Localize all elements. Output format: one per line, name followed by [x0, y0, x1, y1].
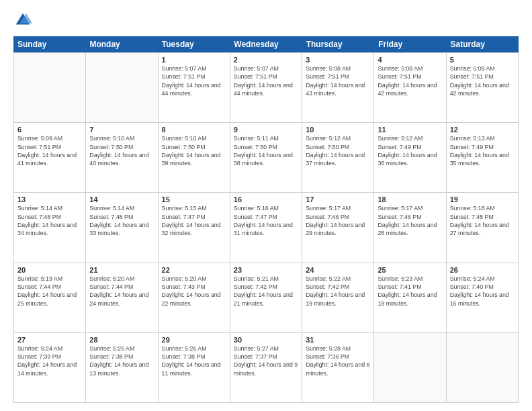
day-number: 3: [306, 56, 370, 64]
weekday-header: Monday: [85, 36, 157, 52]
header: [13, 11, 519, 30]
day-number: 12: [450, 126, 515, 134]
day-info: Sunrise: 5:21 AM Sunset: 7:42 PM Dayligh…: [234, 275, 298, 308]
day-info: Sunrise: 5:07 AM Sunset: 7:51 PM Dayligh…: [162, 64, 226, 97]
day-number: 7: [89, 126, 154, 134]
day-info: Sunrise: 5:08 AM Sunset: 7:51 PM Dayligh…: [306, 64, 370, 97]
day-info: Sunrise: 5:12 AM Sunset: 7:50 PM Dayligh…: [306, 134, 370, 167]
day-number: 4: [378, 56, 442, 64]
calendar-cell: 15Sunrise: 5:15 AM Sunset: 7:47 PM Dayli…: [159, 193, 230, 263]
calendar-row: 13Sunrise: 5:14 AM Sunset: 7:48 PM Dayli…: [14, 193, 519, 263]
day-number: 28: [89, 336, 154, 344]
day-number: 22: [162, 266, 226, 274]
day-number: 1: [162, 56, 226, 64]
day-number: 10: [306, 126, 370, 134]
weekday-header: Sunday: [13, 36, 85, 52]
calendar-cell: 12Sunrise: 5:13 AM Sunset: 7:49 PM Dayli…: [447, 123, 519, 193]
day-info: Sunrise: 5:23 AM Sunset: 7:41 PM Dayligh…: [378, 275, 442, 308]
day-number: 31: [306, 336, 370, 344]
calendar-cell: 8Sunrise: 5:10 AM Sunset: 7:50 PM Daylig…: [159, 123, 230, 193]
day-number: 27: [17, 336, 82, 344]
calendar-cell: 25Sunrise: 5:23 AM Sunset: 7:41 PM Dayli…: [374, 263, 446, 333]
day-info: Sunrise: 5:22 AM Sunset: 7:42 PM Dayligh…: [306, 275, 370, 308]
calendar-cell: [14, 53, 86, 123]
day-info: Sunrise: 5:14 AM Sunset: 7:48 PM Dayligh…: [17, 204, 82, 237]
calendar-row: 27Sunrise: 5:24 AM Sunset: 7:39 PM Dayli…: [14, 333, 519, 403]
day-info: Sunrise: 5:09 AM Sunset: 7:51 PM Dayligh…: [450, 64, 515, 97]
calendar-cell: 28Sunrise: 5:25 AM Sunset: 7:38 PM Dayli…: [86, 333, 158, 403]
day-info: Sunrise: 5:20 AM Sunset: 7:43 PM Dayligh…: [162, 275, 226, 308]
weekday-header: Tuesday: [158, 36, 230, 52]
day-info: Sunrise: 5:10 AM Sunset: 7:50 PM Dayligh…: [162, 134, 226, 167]
day-number: 26: [450, 266, 515, 274]
day-info: Sunrise: 5:16 AM Sunset: 7:47 PM Dayligh…: [234, 204, 298, 237]
calendar-cell: 29Sunrise: 5:26 AM Sunset: 7:38 PM Dayli…: [159, 333, 230, 403]
day-info: Sunrise: 5:09 AM Sunset: 7:51 PM Dayligh…: [17, 134, 82, 167]
day-info: Sunrise: 5:19 AM Sunset: 7:44 PM Dayligh…: [17, 275, 82, 308]
calendar-cell: 19Sunrise: 5:18 AM Sunset: 7:45 PM Dayli…: [447, 193, 519, 263]
day-info: Sunrise: 5:12 AM Sunset: 7:49 PM Dayligh…: [378, 134, 442, 167]
day-number: 23: [234, 266, 298, 274]
day-info: Sunrise: 5:13 AM Sunset: 7:49 PM Dayligh…: [450, 134, 515, 167]
calendar-header: SundayMondayTuesdayWednesdayThursdayFrid…: [13, 36, 519, 52]
calendar-cell: 14Sunrise: 5:14 AM Sunset: 7:48 PM Dayli…: [86, 193, 158, 263]
day-info: Sunrise: 5:26 AM Sunset: 7:38 PM Dayligh…: [162, 345, 226, 377]
calendar-cell: 26Sunrise: 5:24 AM Sunset: 7:40 PM Dayli…: [447, 263, 519, 333]
day-number: 24: [306, 266, 370, 274]
day-info: Sunrise: 5:20 AM Sunset: 7:44 PM Dayligh…: [89, 275, 154, 308]
calendar-cell: 18Sunrise: 5:17 AM Sunset: 7:46 PM Dayli…: [374, 193, 446, 263]
day-number: 29: [162, 336, 226, 344]
calendar-cell: 23Sunrise: 5:21 AM Sunset: 7:42 PM Dayli…: [230, 263, 302, 333]
day-number: 17: [306, 195, 370, 203]
calendar: SundayMondayTuesdayWednesdayThursdayFrid…: [13, 36, 519, 403]
calendar-cell: 2Sunrise: 5:07 AM Sunset: 7:51 PM Daylig…: [230, 53, 302, 123]
calendar-cell: 10Sunrise: 5:12 AM Sunset: 7:50 PM Dayli…: [302, 123, 374, 193]
day-number: 6: [17, 126, 82, 134]
calendar-cell: 17Sunrise: 5:17 AM Sunset: 7:46 PM Dayli…: [302, 193, 374, 263]
day-info: Sunrise: 5:07 AM Sunset: 7:51 PM Dayligh…: [234, 64, 298, 97]
weekday-header: Wednesday: [230, 36, 302, 52]
calendar-cell: 27Sunrise: 5:24 AM Sunset: 7:39 PM Dayli…: [14, 333, 86, 403]
calendar-cell: 6Sunrise: 5:09 AM Sunset: 7:51 PM Daylig…: [14, 123, 86, 193]
calendar-cell: 16Sunrise: 5:16 AM Sunset: 7:47 PM Dayli…: [230, 193, 302, 263]
calendar-cell: 31Sunrise: 5:28 AM Sunset: 7:36 PM Dayli…: [302, 333, 374, 403]
logo: [13, 11, 35, 30]
day-info: Sunrise: 5:18 AM Sunset: 7:45 PM Dayligh…: [450, 204, 515, 237]
day-info: Sunrise: 5:15 AM Sunset: 7:47 PM Dayligh…: [162, 204, 226, 237]
calendar-row: 20Sunrise: 5:19 AM Sunset: 7:44 PM Dayli…: [14, 263, 519, 333]
day-number: 11: [378, 126, 442, 134]
calendar-body: 1Sunrise: 5:07 AM Sunset: 7:51 PM Daylig…: [13, 52, 519, 403]
calendar-cell: [374, 333, 446, 403]
day-info: Sunrise: 5:17 AM Sunset: 7:46 PM Dayligh…: [306, 204, 370, 237]
day-number: 14: [89, 195, 154, 203]
day-number: 2: [234, 56, 298, 64]
calendar-cell: 7Sunrise: 5:10 AM Sunset: 7:50 PM Daylig…: [86, 123, 158, 193]
day-info: Sunrise: 5:10 AM Sunset: 7:50 PM Dayligh…: [89, 134, 154, 167]
calendar-cell: 3Sunrise: 5:08 AM Sunset: 7:51 PM Daylig…: [302, 53, 374, 123]
calendar-cell: 5Sunrise: 5:09 AM Sunset: 7:51 PM Daylig…: [447, 53, 519, 123]
calendar-cell: [447, 333, 519, 403]
calendar-cell: 11Sunrise: 5:12 AM Sunset: 7:49 PM Dayli…: [374, 123, 446, 193]
day-info: Sunrise: 5:11 AM Sunset: 7:50 PM Dayligh…: [234, 134, 298, 167]
calendar-cell: [86, 53, 158, 123]
day-info: Sunrise: 5:24 AM Sunset: 7:40 PM Dayligh…: [450, 275, 515, 308]
day-number: 5: [450, 56, 515, 64]
calendar-cell: 4Sunrise: 5:08 AM Sunset: 7:51 PM Daylig…: [374, 53, 446, 123]
calendar-cell: 21Sunrise: 5:20 AM Sunset: 7:44 PM Dayli…: [86, 263, 158, 333]
day-number: 18: [378, 195, 442, 203]
day-number: 19: [450, 195, 515, 203]
day-number: 16: [234, 195, 298, 203]
day-number: 30: [234, 336, 298, 344]
day-number: 8: [162, 126, 226, 134]
day-number: 9: [234, 126, 298, 134]
calendar-cell: 9Sunrise: 5:11 AM Sunset: 7:50 PM Daylig…: [230, 123, 302, 193]
day-number: 13: [17, 195, 82, 203]
calendar-cell: 22Sunrise: 5:20 AM Sunset: 7:43 PM Dayli…: [159, 263, 230, 333]
page: SundayMondayTuesdayWednesdayThursdayFrid…: [0, 0, 532, 411]
calendar-cell: 1Sunrise: 5:07 AM Sunset: 7:51 PM Daylig…: [159, 53, 230, 123]
day-info: Sunrise: 5:17 AM Sunset: 7:46 PM Dayligh…: [378, 204, 442, 237]
calendar-cell: 30Sunrise: 5:27 AM Sunset: 7:37 PM Dayli…: [230, 333, 302, 403]
calendar-row: 1Sunrise: 5:07 AM Sunset: 7:51 PM Daylig…: [14, 53, 519, 123]
day-number: 21: [89, 266, 154, 274]
day-info: Sunrise: 5:14 AM Sunset: 7:48 PM Dayligh…: [89, 204, 154, 237]
